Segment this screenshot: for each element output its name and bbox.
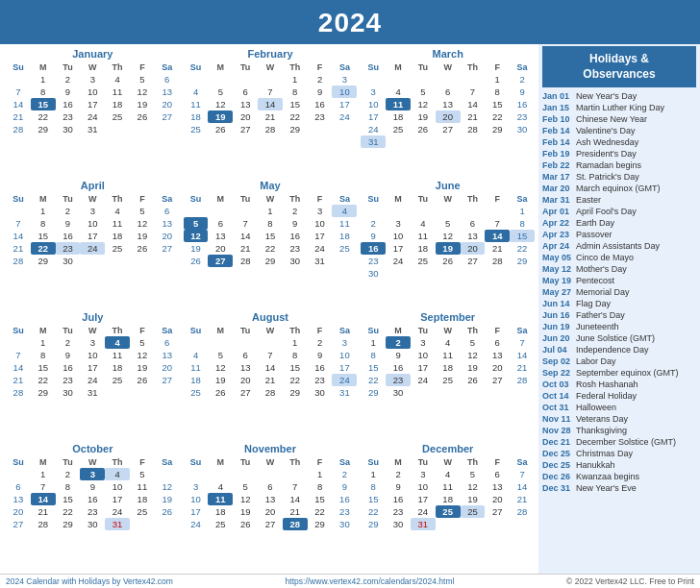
cell (105, 123, 130, 135)
cell (130, 123, 155, 135)
holiday-name: March equinox (GMT) (576, 184, 661, 193)
table-row: 23 242526 272829 (361, 255, 535, 267)
table-row: 141516 17181920 (6, 230, 180, 242)
cell: 8 (31, 86, 56, 98)
table-row: 26 27 2829 3031 (184, 255, 358, 267)
cell: 21 (6, 110, 31, 123)
holiday-date: Dec 26 (542, 472, 573, 481)
holiday-date: Jul 04 (542, 345, 573, 355)
holiday-name: Ramadan begins (576, 160, 641, 170)
table-row: 6789 101112 (6, 480, 180, 493)
cell: 30 (56, 123, 81, 135)
table-row: 28 29 30 31 (6, 123, 180, 135)
table-row: 2345 678 (361, 217, 535, 230)
march-title: March (361, 48, 535, 60)
row-2: April SuMTuWThFSa 123 456 789 10111213 (6, 180, 535, 308)
cell: 1 (31, 73, 56, 86)
holiday-name: Mother's Day (576, 264, 627, 274)
list-item: Jan 01New Year's Day (542, 90, 696, 102)
list-item: Dec 31New Year's Eve (542, 482, 696, 494)
list-item: Oct 14Federal Holiday (542, 390, 696, 402)
cell: 27 (155, 110, 180, 123)
holiday-name: Kwanzaa begins (576, 472, 639, 481)
year-label: 2024 (318, 8, 382, 37)
holiday-date: Apr 22 (542, 218, 573, 228)
cell: 11 (105, 86, 130, 98)
holiday-date: Jun 20 (542, 333, 573, 343)
february-calendar: February SuMTuWThFSa 123 4567 8910 (184, 48, 358, 177)
holiday-date: Nov 28 (542, 426, 573, 435)
holiday-name: Juneteenth (576, 322, 619, 331)
february-title: February (184, 48, 358, 60)
holiday-date: May 05 (542, 253, 573, 262)
sun-header: Su (6, 61, 31, 73)
table-row: 171819 20212223 (184, 505, 358, 518)
table-row: 1 2 34 567 (361, 336, 535, 349)
list-item: Dec 26Kwanzaa begins (542, 471, 696, 482)
list-item: Dec 25Hanukkah (542, 459, 696, 471)
mon-header: M (31, 61, 56, 73)
footer: 2024 Calendar with Holidays by Vertex42.… (0, 574, 700, 588)
holiday-date: Sep 02 (542, 356, 573, 366)
cell: 3 (80, 73, 105, 86)
holiday-date: Dec 21 (542, 437, 573, 447)
table-row: 12 (184, 468, 358, 480)
holiday-name: Passover (576, 230, 612, 239)
table-row: 1 2 3 4 5 (6, 468, 180, 480)
holiday-date: Jun 19 (542, 322, 573, 331)
sat-header: Sa (155, 61, 180, 73)
holiday-name: Memorial Day (576, 287, 630, 297)
table-row: 1 234 (184, 205, 358, 217)
table-row: 242526 27 28 2930 (184, 518, 358, 530)
list-item: May 27Memorial Day (542, 286, 696, 298)
sidebar: Holidays &Observances Jan 01New Year's D… (538, 44, 700, 574)
table-row: 12 (361, 73, 535, 86)
holiday-name: September equinox (GMT) (576, 368, 679, 378)
cell: 9 (56, 86, 81, 98)
table-row: 10 11 1213 141516 (184, 493, 358, 505)
cell: 15 (31, 98, 56, 110)
thu-header: Th (105, 61, 130, 73)
june-title: June (361, 180, 535, 191)
table-row: 789 10111213 (6, 349, 180, 361)
holiday-name: St. Patrick's Day (576, 172, 639, 182)
row-4: October SuMTuWThFSa 1 2 3 4 5 6789 (6, 443, 535, 572)
holiday-name: Easter (576, 195, 601, 205)
list-item: Feb 22Ramadan begins (542, 159, 696, 171)
footer-left: 2024 Calendar with Holidays by Vertex42.… (6, 576, 173, 586)
holiday-name: Hanukkah (576, 460, 615, 470)
holiday-name: Admin Assistants Day (576, 241, 660, 251)
fri-header: F (130, 61, 155, 73)
list-item: Jun 19Juneteenth (542, 321, 696, 332)
holiday-name: Flag Day (576, 299, 611, 308)
table-row: 19 202122 232425 (184, 242, 358, 255)
table-row: 1 2 3 4 5 6 (6, 73, 180, 86)
list-item: Sep 02Labor Day (542, 355, 696, 367)
list-item: Dec 21December Solstice (GMT) (542, 436, 696, 448)
holiday-date: Jan 15 (542, 103, 573, 112)
list-item: Dec 25Christmas Day (542, 448, 696, 459)
holiday-date: May 27 (542, 287, 573, 297)
august-title: August (184, 311, 358, 323)
cell: 22 (31, 110, 56, 123)
cell: 24 (80, 110, 105, 123)
table-row: 18 19 2021222324 (184, 110, 358, 123)
table-row: 151617 18192021 (361, 493, 535, 505)
table-row: 123 (184, 336, 358, 349)
list-item: Jun 14Flag Day (542, 298, 696, 309)
cell (155, 123, 180, 135)
holiday-date: Jun 14 (542, 299, 573, 308)
holiday-name: Pentecost (576, 276, 614, 285)
year-header: 2024 (0, 0, 700, 44)
holiday-date: Nov 11 (542, 414, 573, 424)
december-title: December (361, 443, 535, 454)
holiday-name: December Solstice (GMT) (576, 437, 676, 447)
holiday-date: Dec 31 (542, 483, 573, 493)
table-row: 101112 13141516 (361, 98, 535, 110)
holiday-name: Earth Day (576, 218, 614, 228)
table-row: 252627 28293031 (184, 386, 358, 399)
holiday-name: Rosh Hashanah (576, 380, 638, 389)
holiday-name: Martin Luther King Day (576, 103, 664, 112)
table-row: 111213 14151617 (184, 361, 358, 374)
table-row: 21 22 23 24 25 26 27 (6, 110, 180, 123)
